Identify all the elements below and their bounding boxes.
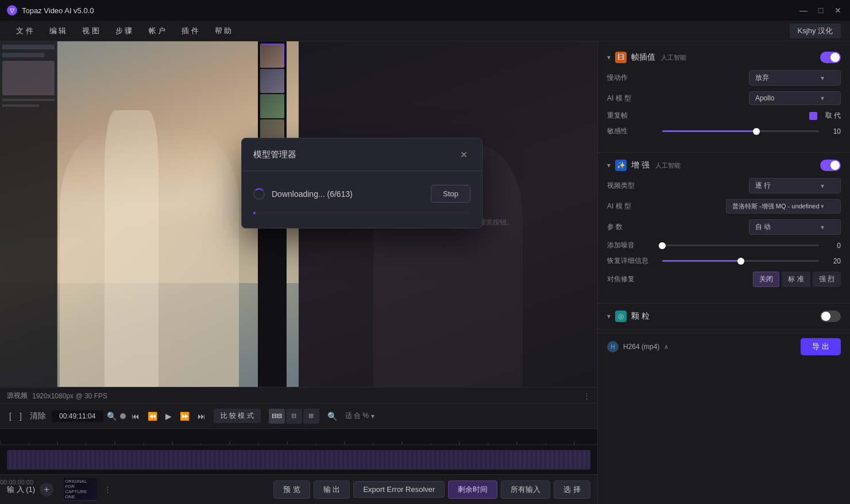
sensitivity-label: 敏感性 [607,126,653,136]
compare-mode-button[interactable]: 比 较 模 式 [214,409,261,423]
focus-off-button[interactable]: 关闭 [753,272,779,287]
menu-plugins[interactable]: 插 件 [175,24,206,38]
dup-frames-checkbox[interactable] [809,112,817,120]
maximize-button[interactable]: □ [816,5,826,15]
app-logo: ▽ [7,5,17,15]
add-noise-value: 0 [824,242,841,250]
timeline-track: 00:00:00:00 [0,445,597,474]
source-label: 源视频 [7,391,28,401]
bracket-end[interactable]: ] [17,410,24,422]
codec-icon: H [607,341,619,352]
menu-file[interactable]: 文 件 [9,24,40,38]
video-thumbnail[interactable]: FUJICOLORORIGINALFORCAPTURE ONE [63,478,97,501]
step-back-button[interactable]: ⏪ [145,409,160,423]
preview-button[interactable]: 预 览 [273,480,310,499]
clear-button[interactable]: 清除 [28,409,48,424]
frame-interp-toggle-icon: ▾ [607,53,611,61]
menu-view[interactable]: 视 图 [75,24,106,38]
slow-motion-select[interactable]: 放弃 ▾ [749,70,841,86]
thumb-item[interactable] [260,94,284,118]
sensitivity-value: 10 [824,127,841,135]
menu-edit[interactable]: 编 辑 [42,24,74,38]
enhance-ai-model-select[interactable]: 普洛特斯 -增强 MQ - undefined ▾ [726,199,841,214]
modal-close-button[interactable]: ✕ [457,148,470,161]
sensitivity-row: 敏感性 10 [607,126,841,136]
frame-interp-title: 帧插值 [631,52,655,63]
video-type-label: 视频类型 [607,181,653,191]
timeline-controls: [ ] 清除 00:49:11:04 🔍 ⏮ ⏪ ▶ ⏩ ⏭ 比 较 模 式 ⊟… [0,403,597,428]
params-label: 参 数 [607,222,653,232]
add-noise-slider[interactable] [662,245,819,246]
divider-1 [598,152,850,153]
focus-repair-buttons: 关闭 标 准 强 烈 [753,272,841,287]
playhead-dot [120,413,126,419]
menu-account[interactable]: 帐 户 [142,24,173,38]
bracket-start[interactable]: [ [7,410,14,422]
play-button[interactable]: ▶ [163,409,174,423]
source-more-button[interactable]: ⋮ [583,391,590,400]
fit-control[interactable]: 适 合 % ▾ [345,411,374,421]
dup-frames-row: 重复帧 取 代 [607,111,841,121]
export-error-button[interactable]: Export Error Resolver [353,481,445,498]
app-title: Topaz Video AI v5.0.0 [22,6,94,15]
select-button[interactable]: 选 择 [554,480,590,499]
fi-ai-model-label: AI 模 型 [607,94,653,103]
action-buttons: 预 览 输 出 Export Error Resolver 剩余时间 所有输入 … [273,480,590,499]
granule-icon: ◎ [615,311,627,322]
enhance-toggle[interactable] [820,160,841,171]
modal-header: 模型管理器 ✕ [242,138,482,171]
fi-ai-model-row: AI 模 型 Apollo ▾ [607,91,841,105]
dup-frames-value: 取 代 [825,111,841,121]
enhance-body: 视频类型 逐 行 ▾ AI 模 型 普洛特斯 -增强 MQ - undefine… [598,175,850,300]
granule-title: 颗 粒 [631,311,650,321]
view-single-button[interactable]: ⊟ [286,409,302,424]
enhance-section-header[interactable]: ▾ ✨ 增 强 人工智能 [598,156,850,175]
fi-ai-model-select[interactable]: Apollo ▾ [749,91,841,105]
model-manager-modal: 模型管理器 ✕ Downloading... (6/613) Stop [241,138,482,228]
timecode-display: 00:49:11:04 [52,410,103,422]
thumb-item[interactable] [260,44,284,68]
skip-start-button[interactable]: ⏮ [129,409,142,423]
source-resolution: 1920x1080px @ 30 FPS [32,392,107,400]
export-button[interactable]: 输 出 [314,480,350,499]
view-split-button[interactable]: ⊞ [303,409,319,424]
all-input-button[interactable]: 所有输入 [501,480,550,499]
params-select[interactable]: 自 动 ▾ [749,219,841,235]
enhance-model-arrow-icon: ▾ [821,203,824,210]
enhance-ai-model-label: AI 模 型 [607,201,653,211]
skip-end-button[interactable]: ⏭ [195,409,208,423]
track-time-label: 00:00:00:00 [0,479,33,486]
focus-standard-button[interactable]: 标 准 [782,272,810,287]
minimize-button[interactable]: — [798,5,809,15]
recover-slider[interactable] [662,260,819,262]
frame-interp-toggle[interactable] [820,52,841,63]
video-type-row: 视频类型 逐 行 ▾ [607,178,841,193]
thumb-item[interactable] [260,69,284,93]
view-sidebyside-button[interactable]: ⊟⊟ [269,409,285,424]
localize-button[interactable]: Ksjhy 汉化 [790,24,841,38]
menu-help[interactable]: 帮 助 [208,24,239,38]
more-options-button[interactable]: ⋮ [104,485,111,494]
video-type-select[interactable]: 逐 行 ▾ [749,178,841,193]
source-info-bar: 源视频 1920x1080px @ 30 FPS ⋮ [0,387,597,403]
stop-button[interactable]: Stop [431,185,470,203]
frame-interp-section-header[interactable]: ▾ 🎞 帧插值 人工智能 [598,48,850,67]
timeline-ruler [0,428,597,445]
thumb-label: FUJICOLORORIGINALFORCAPTURE ONE [64,478,97,500]
remaining-time-button[interactable]: 剩余时间 [448,480,497,499]
download-status: Downloading... (6/613) Stop [253,185,470,203]
close-button[interactable]: ✕ [833,5,843,15]
dup-frames-label: 重复帧 [607,111,653,121]
add-input-button[interactable]: + [40,483,53,497]
modal-title: 模型管理器 [253,149,296,160]
menu-steps[interactable]: 步 骤 [109,24,140,38]
sensitivity-slider[interactable] [662,130,819,132]
sidebar-export-button[interactable]: 导 出 [801,338,841,355]
focus-strong-button[interactable]: 强 烈 [813,272,841,287]
menubar: 文 件 编 辑 视 图 步 骤 帐 户 插 件 帮 助 Ksjhy 汉化 [0,21,850,41]
download-spinner [253,188,265,200]
granule-toggle[interactable] [820,311,841,322]
step-forward-button[interactable]: ⏩ [177,409,192,423]
progress-bar [253,212,470,214]
granule-section-header[interactable]: ▾ ◎ 颗 粒 [598,307,850,325]
